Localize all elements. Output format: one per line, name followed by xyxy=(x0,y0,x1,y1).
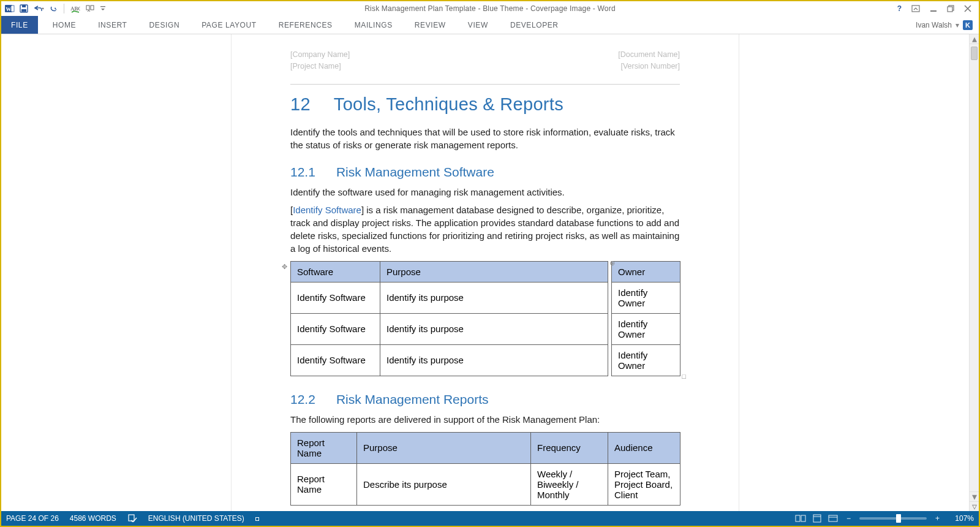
window-title: Risk Management Plan Template - Blue The… xyxy=(364,4,616,13)
ribbon-display-icon[interactable] xyxy=(911,5,920,12)
language-indicator[interactable]: ENGLISH (UNITED STATES) xyxy=(148,514,244,523)
col-owner: Owner xyxy=(612,261,680,282)
quick-access-toolbar: W ABC xyxy=(1,4,106,13)
vertical-scrollbar[interactable]: ▴ ▾ ▿ xyxy=(969,34,979,511)
table-row[interactable]: Identify Software Identify its purpose I… xyxy=(291,282,680,313)
version-field: [Version Number] xyxy=(618,61,680,72)
heading-12: 12 Tools, Techniques & Reports xyxy=(290,94,680,115)
print-layout-icon[interactable] xyxy=(812,514,822,523)
doc-header: [Company Name] [Project Name] [Document … xyxy=(290,49,680,77)
svg-rect-13 xyxy=(948,7,952,12)
table-row[interactable]: Identify Software Identify its purpose I… xyxy=(291,344,680,376)
macro-recording-icon[interactable] xyxy=(255,514,259,523)
scroll-up-icon[interactable]: ▴ xyxy=(970,34,979,44)
table-row[interactable]: Report Name Describe its purpose Weekly … xyxy=(291,463,680,505)
document-area: [Company Name] [Project Name] [Document … xyxy=(1,34,979,511)
account-area[interactable]: Ivan Walsh ▾ K xyxy=(916,16,979,34)
user-badge: K xyxy=(963,20,973,30)
svg-rect-5 xyxy=(21,9,26,12)
tab-developer[interactable]: DEVELOPER xyxy=(499,16,570,34)
zoom-out-icon[interactable]: − xyxy=(844,514,853,523)
table-move-handle-icon[interactable]: ✥ xyxy=(282,264,287,270)
tab-home[interactable]: HOME xyxy=(42,16,87,34)
p-12-2-a: The following reports are delivered in s… xyxy=(290,413,680,426)
table-header-row: Report Name Purpose Frequency Audience xyxy=(291,432,680,463)
svg-rect-10 xyxy=(912,6,919,12)
company-field: [Company Name] xyxy=(290,49,350,61)
restore-icon[interactable] xyxy=(947,5,954,12)
heading-number: 12.1 xyxy=(290,165,315,180)
software-table[interactable]: Software Purpose Owner Identify Software… xyxy=(290,261,680,376)
svg-text:ABC: ABC xyxy=(70,6,80,12)
zoom-slider[interactable] xyxy=(859,517,927,520)
svg-rect-7 xyxy=(86,6,89,10)
svg-rect-17 xyxy=(813,515,821,522)
table-add-column-icon[interactable]: ⊕ xyxy=(609,260,615,267)
chevron-down-icon: ▾ xyxy=(956,21,959,29)
table-header-row: Software Purpose Owner xyxy=(291,261,680,282)
spelling-icon[interactable]: ABC xyxy=(70,4,80,13)
scrollbar-thumb[interactable] xyxy=(971,47,978,60)
tab-mailings[interactable]: MAILINGS xyxy=(344,16,404,34)
zoom-level[interactable]: 107% xyxy=(948,514,974,523)
page[interactable]: [Company Name] [Project Name] [Document … xyxy=(231,34,739,511)
p-12-1-b: [Identify Software] is a risk management… xyxy=(290,203,680,255)
tab-view[interactable]: VIEW xyxy=(457,16,499,34)
table-row[interactable]: Identify Software Identify its purpose I… xyxy=(291,313,680,344)
svg-text:W: W xyxy=(6,6,12,12)
col-report-name: Report Name xyxy=(291,432,357,463)
user-name: Ivan Walsh xyxy=(916,21,952,29)
select-browse-object-icon[interactable]: ▿ xyxy=(970,501,979,511)
proofing-icon[interactable] xyxy=(127,514,137,524)
svg-rect-9 xyxy=(100,6,105,7)
col-audience: Audience xyxy=(608,432,680,463)
word-count[interactable]: 4586 WORDS xyxy=(70,514,116,523)
header-rule xyxy=(290,84,680,85)
tab-insert[interactable]: INSERT xyxy=(87,16,138,34)
tab-design[interactable]: DESIGN xyxy=(138,16,191,34)
document-name-field: [Document Name] xyxy=(618,49,680,61)
close-icon[interactable] xyxy=(964,5,971,12)
help-icon[interactable]: ? xyxy=(897,4,902,13)
heading-12-2: 12.2 Risk Management Reports xyxy=(290,392,680,407)
identify-software-field: Identify Software xyxy=(293,205,361,215)
svg-rect-15 xyxy=(796,515,800,521)
scroll-down-icon[interactable]: ▾ xyxy=(970,491,979,501)
tab-file[interactable]: FILE xyxy=(1,16,38,34)
undo-icon[interactable] xyxy=(33,4,44,13)
heading-text: Risk Management Software xyxy=(336,165,494,180)
web-layout-icon[interactable] xyxy=(828,514,838,523)
zoom-in-icon[interactable]: + xyxy=(933,514,942,523)
tab-review[interactable]: REVIEW xyxy=(404,16,457,34)
col-purpose: Purpose xyxy=(380,261,608,282)
read-mode-icon[interactable] xyxy=(795,514,806,523)
svg-rect-8 xyxy=(91,6,94,10)
customize-qat-icon[interactable] xyxy=(100,4,106,13)
word-window: W ABC Risk Management Plan Template - B xyxy=(0,0,980,527)
status-bar: PAGE 24 OF 26 4586 WORDS ENGLISH (UNITED… xyxy=(1,511,979,526)
heading-text: Risk Management Reports xyxy=(336,392,489,407)
table-resize-handle-icon[interactable]: □ xyxy=(682,373,686,380)
tab-references[interactable]: REFERENCES xyxy=(268,16,344,34)
project-field: [Project Name] xyxy=(290,61,350,72)
intro-paragraph: Identify the tools and techniques that w… xyxy=(290,126,680,151)
ribbon: FILE HOME INSERT DESIGN PAGE LAYOUT REFE… xyxy=(1,16,979,34)
heading-12-1: 12.1 Risk Management Software xyxy=(290,165,680,180)
heading-number: 12 xyxy=(290,94,311,115)
col-software: Software xyxy=(291,261,380,282)
page-indicator[interactable]: PAGE 24 OF 26 xyxy=(6,514,59,523)
col-purpose: Purpose xyxy=(357,432,531,463)
heading-number: 12.2 xyxy=(290,392,315,407)
reports-table[interactable]: Report Name Purpose Frequency Audience R… xyxy=(290,432,680,506)
save-icon[interactable] xyxy=(20,4,28,13)
col-frequency: Frequency xyxy=(531,432,608,463)
word-icon: W xyxy=(5,4,15,13)
tab-page-layout[interactable]: PAGE LAYOUT xyxy=(190,16,268,34)
title-bar: W ABC Risk Management Plan Template - B xyxy=(1,1,979,16)
window-controls: ? xyxy=(897,4,979,13)
redo-icon[interactable] xyxy=(49,4,58,13)
svg-rect-14 xyxy=(129,515,134,521)
minimize-icon[interactable] xyxy=(930,5,937,12)
touch-mode-icon[interactable] xyxy=(85,4,95,13)
document-scroll[interactable]: [Company Name] [Project Name] [Document … xyxy=(1,34,969,511)
